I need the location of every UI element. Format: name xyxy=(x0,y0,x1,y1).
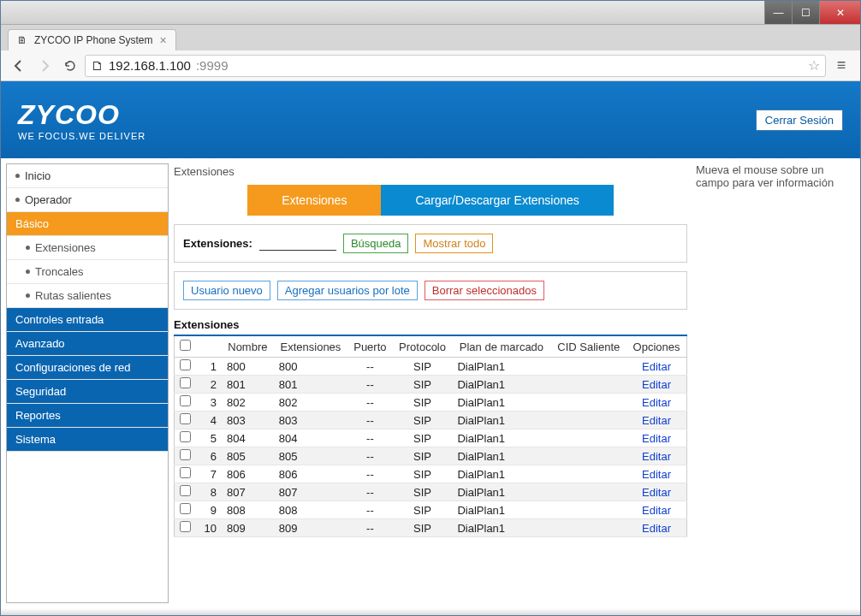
close-button[interactable]: ✕ xyxy=(819,1,860,24)
cell-cid xyxy=(550,501,626,519)
cell-proto: SIP xyxy=(393,501,453,519)
table-row: 9808808--SIPDialPlan1Editar xyxy=(175,501,687,519)
col-extensiones: Extensiones xyxy=(274,335,347,358)
main: Extensiones Extensiones Cargar/Descargar… xyxy=(174,163,855,603)
sidebar-label: Básico xyxy=(15,217,49,230)
cell-nombre: 802 xyxy=(222,394,274,412)
edit-link[interactable]: Editar xyxy=(642,378,671,391)
cell-plan: DialPlan1 xyxy=(452,358,550,376)
browser-menu-button[interactable]: ≡ xyxy=(829,55,853,77)
cell-ext: 801 xyxy=(274,376,347,394)
reload-button[interactable] xyxy=(59,55,81,77)
tab-cargar[interactable]: Cargar/Descargar Extensiones xyxy=(381,185,613,216)
bullet-icon xyxy=(26,293,30,298)
batch-add-button[interactable]: Agregar usuarios por lote xyxy=(277,281,418,300)
select-all-checkbox[interactable] xyxy=(180,340,191,351)
minimize-button[interactable]: — xyxy=(764,1,792,24)
sidebar-item-inicio[interactable]: Inicio xyxy=(7,164,168,188)
edit-link[interactable]: Editar xyxy=(642,450,671,463)
cell-nombre: 800 xyxy=(222,358,274,376)
logout-button[interactable]: Cerrar Sesión xyxy=(756,110,843,131)
cell-cid xyxy=(550,447,626,465)
sidebar-item-troncales[interactable]: Troncales xyxy=(7,260,168,284)
sidebar-item-seguridad[interactable]: Seguridad xyxy=(7,380,168,404)
sidebar-item-reportes[interactable]: Reportes xyxy=(7,404,168,428)
row-checkbox[interactable] xyxy=(180,485,191,496)
cell-cid xyxy=(550,394,626,412)
row-checkbox[interactable] xyxy=(180,503,191,514)
row-checkbox[interactable] xyxy=(180,521,191,532)
titlebar: — ☐ ✕ xyxy=(1,1,860,25)
url-host: 192.168.1.100 xyxy=(109,58,191,73)
search-label: Extensiones: xyxy=(183,237,252,250)
tab-title: ZYCOO IP Phone System xyxy=(34,34,153,46)
tab-close-icon[interactable]: × xyxy=(160,34,167,46)
edit-link[interactable]: Editar xyxy=(642,468,671,481)
col-opciones: Opciones xyxy=(626,335,686,358)
table-title: Extensiones xyxy=(174,318,687,331)
help-panel: Mueva el mouse sobre un campo para ver i… xyxy=(692,163,855,603)
sidebar-label: Sistema xyxy=(15,433,56,446)
forward-button[interactable] xyxy=(33,55,56,77)
sidebar-label: Inicio xyxy=(25,169,50,182)
sidebar-item-operador[interactable]: Operador xyxy=(7,188,168,212)
sidebar-label: Configuraciones de red xyxy=(15,361,130,374)
bookmark-icon[interactable]: ☆ xyxy=(808,57,820,74)
cell-cid xyxy=(550,376,626,394)
maximize-button[interactable]: ☐ xyxy=(792,1,819,24)
col-cid: CID Saliente xyxy=(550,335,626,358)
sidebar-item-controles[interactable]: Controles entrada xyxy=(7,308,168,332)
edit-link[interactable]: Editar xyxy=(642,432,671,445)
row-checkbox[interactable] xyxy=(180,449,191,460)
delete-selected-button[interactable]: Borrar seleccionados xyxy=(425,281,544,300)
cell-puerto: -- xyxy=(347,412,392,429)
cell-ext: 809 xyxy=(274,519,347,537)
cell-ext: 806 xyxy=(274,465,347,483)
globe-icon: 🗎 xyxy=(17,34,27,46)
edit-link[interactable]: Editar xyxy=(642,504,671,517)
new-user-button[interactable]: Usuario nuevo xyxy=(183,281,270,300)
show-all-button[interactable]: Mostrar todo xyxy=(415,234,493,253)
sidebar-item-basico[interactable]: Básico xyxy=(7,212,168,236)
cell-puerto: -- xyxy=(347,394,392,412)
edit-link[interactable]: Editar xyxy=(642,414,671,427)
bullet-icon xyxy=(26,246,30,250)
row-checkbox[interactable] xyxy=(180,359,191,370)
cell-ext: 800 xyxy=(274,358,347,376)
row-checkbox[interactable] xyxy=(180,413,191,424)
back-button[interactable] xyxy=(8,55,30,77)
sidebar-item-rutas[interactable]: Rutas salientes xyxy=(7,284,168,308)
row-checkbox[interactable] xyxy=(180,377,191,388)
sidebar-item-sistema[interactable]: Sistema xyxy=(7,428,168,452)
edit-link[interactable]: Editar xyxy=(642,396,671,409)
sidebar-label: Avanzado xyxy=(15,337,65,350)
cell-nombre: 805 xyxy=(222,447,274,465)
row-checkbox[interactable] xyxy=(180,395,191,406)
logo-tagline: WE FOCUS.WE DELIVER xyxy=(18,131,145,141)
row-number: 9 xyxy=(196,501,222,519)
cell-proto: SIP xyxy=(393,412,453,429)
breadcrumb: Extensiones xyxy=(174,163,687,185)
cell-ext: 802 xyxy=(274,394,347,412)
row-checkbox[interactable] xyxy=(180,431,191,442)
cell-proto: SIP xyxy=(393,376,453,394)
edit-link[interactable]: Editar xyxy=(642,522,671,535)
tab-extensiones[interactable]: Extensiones xyxy=(247,185,381,216)
edit-link[interactable]: Editar xyxy=(642,486,671,499)
cell-puerto: -- xyxy=(347,429,392,447)
address-bar[interactable]: 🗋 192.168.1.100:9999 ☆ xyxy=(85,55,826,77)
row-checkbox[interactable] xyxy=(180,467,191,478)
search-button[interactable]: Búsqueda xyxy=(343,234,409,253)
cell-puerto: -- xyxy=(347,519,392,537)
app-body: Inicio Operador Básico Extensiones Tronc… xyxy=(1,158,860,608)
browser-tab[interactable]: 🗎 ZYCOO IP Phone System × xyxy=(8,29,176,50)
cell-plan: DialPlan1 xyxy=(452,465,550,483)
cell-plan: DialPlan1 xyxy=(452,483,550,501)
sidebar-item-red[interactable]: Configuraciones de red xyxy=(7,356,168,380)
sidebar-item-avanzado[interactable]: Avanzado xyxy=(7,332,168,356)
sidebar-item-extensiones[interactable]: Extensiones xyxy=(7,236,168,260)
cell-cid xyxy=(550,483,626,501)
extensions-table: Nombre Extensiones Puerto Protocolo Plan… xyxy=(174,335,687,537)
edit-link[interactable]: Editar xyxy=(642,360,671,373)
search-input[interactable] xyxy=(259,237,336,251)
